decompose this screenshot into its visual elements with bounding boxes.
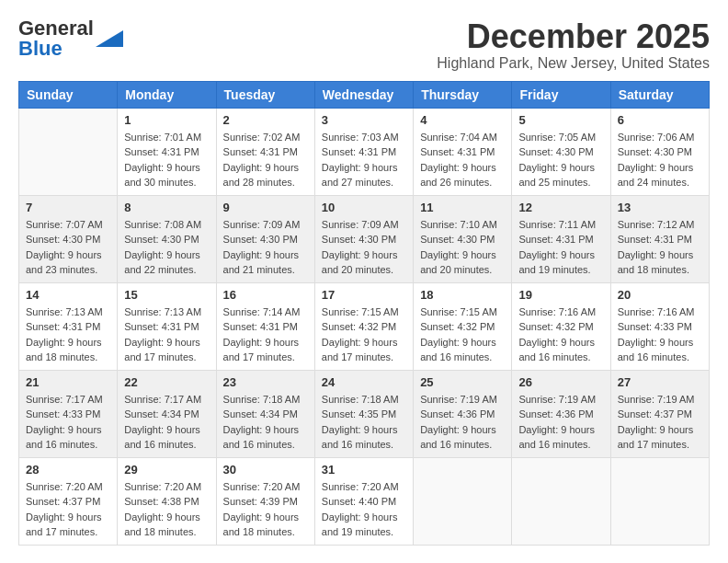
sunset-label: Sunset: 4:31 PM — [518, 234, 593, 245]
week-row: 14Sunrise: 7:13 AMSunset: 4:31 PMDayligh… — [19, 282, 710, 370]
sunrise-label: Sunrise: 7:07 AM — [26, 219, 103, 230]
daylight-label: Daylight: 9 hours and 17 minutes. — [322, 337, 398, 363]
day-info: Sunrise: 7:06 AMSunset: 4:30 PMDaylight:… — [618, 130, 702, 190]
day-number: 8 — [124, 201, 209, 214]
calendar-cell: 14Sunrise: 7:13 AMSunset: 4:31 PMDayligh… — [19, 282, 118, 370]
sunset-label: Sunset: 4:40 PM — [322, 496, 396, 507]
day-number: 24 — [322, 375, 406, 389]
daylight-label: Daylight: 9 hours and 18 minutes. — [26, 337, 102, 363]
sunrise-label: Sunrise: 7:09 AM — [322, 219, 399, 230]
sunset-label: Sunset: 4:38 PM — [124, 496, 199, 507]
day-info: Sunrise: 7:20 AMSunset: 4:37 PMDaylight:… — [26, 479, 110, 540]
sunset-label: Sunset: 4:30 PM — [518, 146, 593, 157]
header-day-friday: Friday — [512, 81, 610, 108]
day-info: Sunrise: 7:01 AMSunset: 4:31 PMDaylight:… — [124, 130, 209, 190]
sunrise-label: Sunrise: 7:09 AM — [223, 219, 301, 230]
daylight-label: Daylight: 9 hours and 16 minutes. — [124, 424, 200, 451]
daylight-label: Daylight: 9 hours and 16 minutes. — [518, 424, 595, 451]
sunrise-label: Sunrise: 7:08 AM — [124, 219, 201, 230]
day-number: 28 — [26, 463, 110, 477]
header-day-tuesday: Tuesday — [216, 81, 314, 108]
month-title: December 2025 — [437, 18, 710, 55]
day-info: Sunrise: 7:18 AMSunset: 4:35 PMDaylight:… — [322, 392, 406, 453]
svg-marker-0 — [96, 30, 123, 47]
day-info: Sunrise: 7:16 AMSunset: 4:33 PMDaylight:… — [618, 304, 702, 365]
calendar-cell: 20Sunrise: 7:16 AMSunset: 4:33 PMDayligh… — [610, 282, 709, 370]
calendar-cell: 9Sunrise: 7:09 AMSunset: 4:30 PMDaylight… — [216, 195, 314, 282]
daylight-label: Daylight: 9 hours and 26 minutes. — [420, 162, 496, 189]
calendar-cell: 4Sunrise: 7:04 AMSunset: 4:31 PMDaylight… — [414, 108, 512, 195]
sunset-label: Sunset: 4:34 PM — [124, 408, 199, 419]
sunrise-label: Sunrise: 7:17 AM — [26, 394, 103, 405]
daylight-label: Daylight: 9 hours and 25 minutes. — [518, 162, 595, 189]
sunset-label: Sunset: 4:31 PM — [124, 146, 199, 157]
day-number: 16 — [223, 288, 308, 302]
day-number: 17 — [322, 288, 406, 302]
sunrise-label: Sunrise: 7:06 AM — [618, 132, 695, 143]
header-row: SundayMondayTuesdayWednesdayThursdayFrid… — [19, 81, 710, 108]
sunrise-label: Sunrise: 7:20 AM — [223, 481, 301, 492]
sunrise-label: Sunrise: 7:15 AM — [322, 306, 399, 317]
day-number: 1 — [124, 113, 209, 127]
daylight-label: Daylight: 9 hours and 17 minutes. — [124, 337, 200, 363]
calendar-table: SundayMondayTuesdayWednesdayThursdayFrid… — [18, 81, 710, 546]
header-day-wednesday: Wednesday — [314, 81, 413, 108]
day-number: 2 — [223, 113, 308, 127]
day-info: Sunrise: 7:16 AMSunset: 4:32 PMDaylight:… — [518, 304, 603, 365]
sunrise-label: Sunrise: 7:14 AM — [223, 306, 301, 317]
daylight-label: Daylight: 9 hours and 18 minutes. — [223, 511, 300, 538]
day-number: 12 — [518, 201, 603, 214]
day-info: Sunrise: 7:19 AMSunset: 4:36 PMDaylight:… — [420, 392, 505, 453]
sunset-label: Sunset: 4:31 PM — [124, 321, 199, 332]
day-number: 5 — [518, 113, 603, 127]
week-row: 7Sunrise: 7:07 AMSunset: 4:30 PMDaylight… — [19, 195, 710, 282]
day-number: 19 — [518, 288, 603, 302]
calendar-cell: 3Sunrise: 7:03 AMSunset: 4:31 PMDaylight… — [314, 108, 413, 195]
day-info: Sunrise: 7:12 AMSunset: 4:31 PMDaylight:… — [618, 217, 702, 278]
header: General Blue December 2025 Highland Park… — [18, 18, 710, 72]
day-number: 9 — [223, 201, 308, 214]
daylight-label: Daylight: 9 hours and 24 minutes. — [618, 162, 694, 189]
day-info: Sunrise: 7:15 AMSunset: 4:32 PMDaylight:… — [322, 304, 406, 365]
daylight-label: Daylight: 9 hours and 16 minutes. — [26, 424, 102, 451]
sunrise-label: Sunrise: 7:05 AM — [518, 132, 596, 143]
daylight-label: Daylight: 9 hours and 16 minutes. — [223, 424, 300, 451]
calendar-cell: 29Sunrise: 7:20 AMSunset: 4:38 PMDayligh… — [118, 457, 216, 545]
calendar-cell: 18Sunrise: 7:15 AMSunset: 4:32 PMDayligh… — [414, 282, 512, 370]
header-day-monday: Monday — [118, 81, 216, 108]
sunrise-label: Sunrise: 7:10 AM — [420, 219, 497, 230]
day-info: Sunrise: 7:17 AMSunset: 4:33 PMDaylight:… — [26, 392, 110, 453]
daylight-label: Daylight: 9 hours and 22 minutes. — [124, 249, 200, 276]
title-area: December 2025 Highland Park, New Jersey,… — [437, 18, 710, 72]
day-info: Sunrise: 7:19 AMSunset: 4:37 PMDaylight:… — [618, 392, 702, 453]
logo: General Blue — [18, 18, 123, 59]
calendar-cell: 23Sunrise: 7:18 AMSunset: 4:34 PMDayligh… — [216, 370, 314, 457]
sunrise-label: Sunrise: 7:18 AM — [223, 394, 301, 405]
sunset-label: Sunset: 4:30 PM — [618, 146, 692, 157]
sunset-label: Sunset: 4:32 PM — [420, 321, 495, 332]
daylight-label: Daylight: 9 hours and 30 minutes. — [124, 162, 200, 189]
header-day-sunday: Sunday — [19, 81, 118, 108]
sunset-label: Sunset: 4:30 PM — [26, 234, 100, 245]
logo-text: General Blue — [18, 18, 94, 59]
day-info: Sunrise: 7:02 AMSunset: 4:31 PMDaylight:… — [223, 130, 308, 190]
day-info: Sunrise: 7:14 AMSunset: 4:31 PMDaylight:… — [223, 304, 308, 365]
day-number: 15 — [124, 288, 209, 302]
day-info: Sunrise: 7:17 AMSunset: 4:34 PMDaylight:… — [124, 392, 209, 453]
sunrise-label: Sunrise: 7:19 AM — [518, 394, 596, 405]
sunset-label: Sunset: 4:33 PM — [618, 321, 692, 332]
calendar-cell: 16Sunrise: 7:14 AMSunset: 4:31 PMDayligh… — [216, 282, 314, 370]
sunset-label: Sunset: 4:32 PM — [322, 321, 396, 332]
day-number: 25 — [420, 375, 505, 389]
sunrise-label: Sunrise: 7:16 AM — [518, 306, 596, 317]
day-info: Sunrise: 7:09 AMSunset: 4:30 PMDaylight:… — [223, 217, 308, 278]
sunrise-label: Sunrise: 7:13 AM — [124, 306, 201, 317]
calendar-cell: 30Sunrise: 7:20 AMSunset: 4:39 PMDayligh… — [216, 457, 314, 545]
day-number: 3 — [322, 113, 406, 127]
day-number: 14 — [26, 288, 110, 302]
calendar-cell: 22Sunrise: 7:17 AMSunset: 4:34 PMDayligh… — [118, 370, 216, 457]
calendar-cell: 5Sunrise: 7:05 AMSunset: 4:30 PMDaylight… — [512, 108, 610, 195]
day-info: Sunrise: 7:07 AMSunset: 4:30 PMDaylight:… — [26, 217, 110, 278]
daylight-label: Daylight: 9 hours and 21 minutes. — [223, 249, 300, 276]
sunset-label: Sunset: 4:36 PM — [518, 408, 593, 419]
